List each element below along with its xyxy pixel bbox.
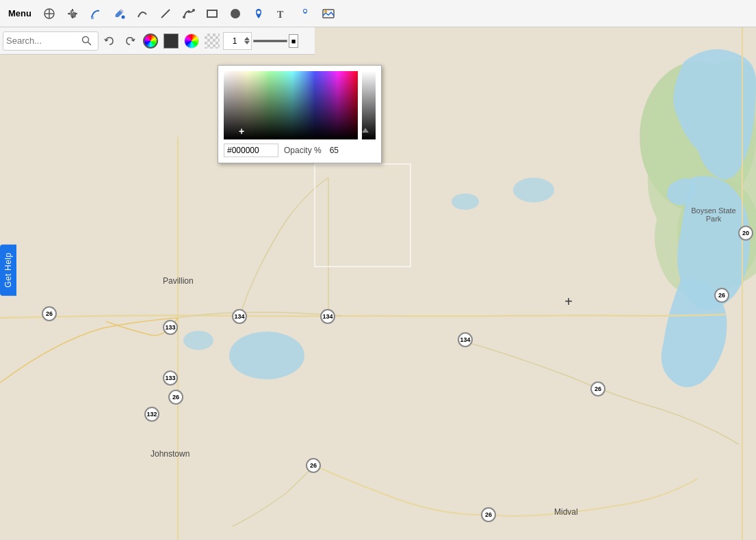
color-hex-row: Opacity % 65 [224, 144, 376, 157]
stroke-color-button[interactable] [141, 31, 160, 51]
pin-icon [299, 8, 311, 20]
toolbar-top: Menu [0, 0, 756, 27]
line-tool-button[interactable] [155, 3, 177, 25]
picker-gradient-area: + [224, 71, 376, 139]
paint-tool-button[interactable] [108, 3, 130, 25]
road-badge-20: 20 [738, 226, 753, 241]
svg-point-18 [231, 9, 240, 18]
line-icon [159, 8, 172, 20]
text-tool-button[interactable]: T [271, 3, 293, 25]
marker-tool-button[interactable] [248, 3, 270, 25]
get-help-button[interactable]: Get Help [0, 244, 16, 295]
menu-button[interactable]: Menu [3, 3, 37, 25]
search-input[interactable] [6, 36, 81, 46]
multipoint-icon [183, 8, 195, 20]
select-icon [43, 8, 55, 20]
pin-tool-button[interactable] [294, 3, 316, 25]
stroke-style-area: ■ [253, 34, 298, 48]
select-tool-button[interactable] [38, 3, 60, 25]
hex-color-input[interactable] [224, 144, 278, 157]
svg-point-24 [83, 36, 89, 42]
freehand-tool-button[interactable] [85, 3, 107, 25]
undo-button[interactable] [100, 31, 119, 51]
svg-point-19 [257, 10, 261, 14]
curve-tool-button[interactable] [131, 3, 153, 25]
svg-point-3 [229, 332, 304, 379]
color-picker-gradient[interactable]: + [224, 71, 358, 139]
svg-rect-11 [91, 16, 94, 19]
color-picker-popup: + Opacity % 65 [218, 65, 382, 163]
road-badge-133-2: 133 [163, 370, 178, 386]
curve-icon [136, 8, 148, 20]
color-button-2[interactable] [182, 31, 201, 51]
paint-icon [113, 8, 125, 20]
undo-icon [103, 35, 116, 47]
opacity-value: 65 [330, 146, 339, 155]
toolbar-second: 1 ■ [0, 27, 315, 55]
pan-tool-button[interactable] [62, 3, 83, 25]
image-tool-button[interactable] [317, 3, 339, 25]
road-badge-26-1: 26 [42, 306, 57, 321]
svg-point-16 [192, 9, 195, 12]
road-badge-133-1: 133 [163, 320, 178, 335]
svg-point-5 [513, 178, 554, 202]
svg-point-23 [324, 10, 327, 13]
search-box[interactable] [3, 31, 99, 51]
redo-button[interactable] [120, 31, 140, 51]
stroke-width-control: 1 [223, 32, 252, 50]
stroke-width-down[interactable] [244, 41, 250, 44]
svg-point-12 [122, 15, 125, 18]
svg-line-25 [88, 42, 92, 45]
svg-point-14 [183, 16, 185, 18]
svg-line-13 [161, 10, 170, 18]
svg-rect-17 [207, 10, 217, 17]
rect-tool-button[interactable] [201, 3, 223, 25]
svg-point-21 [304, 10, 307, 12]
svg-text:T: T [277, 10, 284, 20]
text-icon: T [276, 8, 288, 20]
road-badge-26-2: 26 [168, 390, 183, 405]
circle-tool-button[interactable] [224, 3, 246, 25]
road-badge-26-4: 26 [590, 381, 605, 396]
svg-point-15 [187, 10, 190, 13]
stroke-width-value: 1 [225, 36, 244, 46]
fill-color-button[interactable] [161, 31, 181, 51]
multipoint-tool-button[interactable] [178, 3, 200, 25]
freehand-icon [90, 8, 102, 20]
transparent-button[interactable] [203, 31, 222, 51]
road-badge-134-2: 134 [320, 309, 335, 324]
road-badge-26-5: 26 [481, 507, 496, 522]
road-badge-132: 132 [144, 407, 159, 422]
brightness-handle [362, 128, 369, 133]
road-badge-134-1: 134 [232, 309, 247, 324]
road-badge-26-3: 26 [306, 458, 321, 473]
rect-icon [206, 8, 218, 20]
pan-icon [66, 8, 79, 20]
stroke-width-up[interactable] [244, 37, 250, 40]
brightness-slider[interactable] [362, 71, 376, 139]
search-icon [81, 36, 92, 46]
circle-icon [229, 8, 242, 20]
opacity-label: Opacity % [284, 146, 322, 155]
svg-point-4 [183, 331, 213, 350]
road-badge-134-3: 134 [458, 332, 473, 347]
stroke-end-style[interactable]: ■ [289, 34, 298, 48]
road-badge-26-6: 26 [714, 288, 729, 303]
image-icon [322, 8, 335, 20]
marker-icon [252, 8, 265, 20]
redo-icon [124, 35, 136, 47]
stroke-line-preview[interactable] [253, 40, 287, 42]
svg-point-6 [452, 193, 479, 210]
